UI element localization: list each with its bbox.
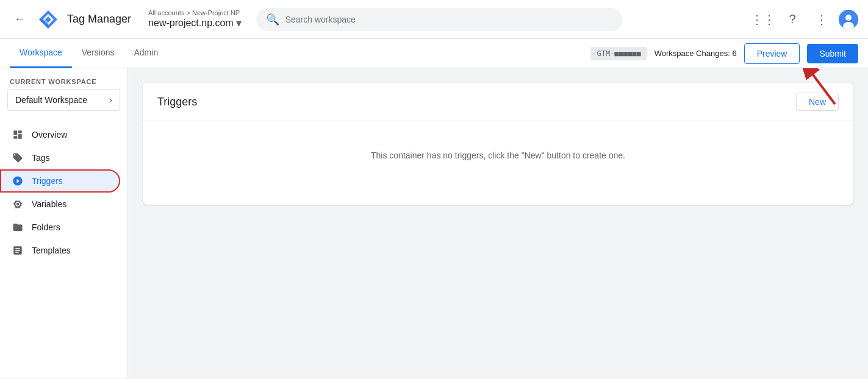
workspace-changes-label: Workspace Changes: 6 <box>655 49 737 58</box>
avatar[interactable] <box>839 10 858 29</box>
apps-icon-button[interactable]: ⋮⋮ <box>751 7 775 32</box>
main-content: Triggers New This container has no trigg… <box>128 68 868 378</box>
content-card: Triggers New This container has no trigg… <box>143 83 853 205</box>
sidebar-item-triggers[interactable]: Triggers <box>0 169 120 193</box>
sidebar: CURRENT WORKSPACE Default Workspace › Ov… <box>0 68 128 378</box>
tags-icon <box>12 152 23 163</box>
sidebar-label-templates: Templates <box>32 246 71 255</box>
search-input[interactable] <box>285 15 612 24</box>
project-info: All accounts > New-Project NP new-projec… <box>148 9 242 30</box>
variables-icon <box>12 199 23 210</box>
tab-workspace[interactable]: Workspace <box>10 39 72 68</box>
topbar: ← Tag Manager All accounts > New-Project… <box>0 0 868 39</box>
sidebar-item-tags[interactable]: Tags <box>0 146 120 169</box>
templates-icon <box>12 245 23 256</box>
card-header: Triggers New <box>143 83 853 121</box>
gtm-logo-icon <box>37 8 60 31</box>
workspace-section: CURRENT WORKSPACE Default Workspace › <box>0 73 127 118</box>
sidebar-item-templates[interactable]: Templates <box>0 239 120 262</box>
back-button[interactable]: ← <box>10 10 29 29</box>
nav-right: GTM-■■■■■■ Workspace Changes: 6 Preview … <box>590 43 858 64</box>
submit-button[interactable]: Submit <box>807 44 858 63</box>
more-options-button[interactable]: ⋮ <box>809 7 834 32</box>
sidebar-label-tags: Tags <box>32 153 50 163</box>
card-title: Triggers <box>157 96 197 108</box>
search-wrapper: 🔍 <box>256 8 622 31</box>
user-avatar-icon <box>839 10 858 29</box>
tab-admin[interactable]: Admin <box>124 39 168 68</box>
current-workspace-label: CURRENT WORKSPACE <box>7 78 120 89</box>
help-icon-button[interactable]: ? <box>780 7 805 32</box>
sidebar-label-variables: Variables <box>32 199 66 209</box>
topbar-left: ← Tag Manager All accounts > New-Project… <box>10 8 242 31</box>
breadcrumb: All accounts > New-Project NP <box>148 9 242 16</box>
search-bar: 🔍 <box>256 8 622 31</box>
preview-button[interactable]: Preview <box>744 43 800 64</box>
sidebar-item-variables[interactable]: Variables <box>0 193 120 216</box>
sidebar-label-triggers: Triggers <box>32 176 63 186</box>
sidebar-item-folders[interactable]: Folders <box>0 216 120 239</box>
project-selector[interactable]: new-project.np.com ▾ <box>148 16 242 30</box>
sidebar-label-overview: Overview <box>32 130 67 140</box>
triggers-icon <box>12 175 23 186</box>
sidebar-label-folders: Folders <box>32 222 60 232</box>
workspace-name: Default Workspace <box>15 95 87 105</box>
app-title: Tag Manager <box>67 13 131 26</box>
sidebar-item-overview[interactable]: Overview <box>0 123 120 146</box>
folders-icon <box>12 222 23 233</box>
overview-icon <box>12 129 23 140</box>
new-trigger-button[interactable]: New <box>796 93 839 111</box>
gtm-id-badge: GTM-■■■■■■ <box>590 47 647 60</box>
nav-tabs: Workspace Versions Admin GTM-■■■■■■ Work… <box>0 39 868 68</box>
svg-point-6 <box>845 15 852 21</box>
workspace-chevron-icon: › <box>109 94 112 105</box>
topbar-right: ⋮⋮ ? ⋮ <box>751 7 858 32</box>
tab-versions[interactable]: Versions <box>72 39 124 68</box>
empty-state-text: This container has no triggers, click th… <box>371 151 625 160</box>
card-body: This container has no triggers, click th… <box>143 121 853 190</box>
workspace-selector[interactable]: Default Workspace › <box>7 89 120 111</box>
main-layout: CURRENT WORKSPACE Default Workspace › Ov… <box>0 68 868 378</box>
sidebar-nav: Overview Tags Triggers Var <box>0 118 127 267</box>
search-icon: 🔍 <box>266 13 279 26</box>
project-dropdown-icon: ▾ <box>236 16 242 30</box>
